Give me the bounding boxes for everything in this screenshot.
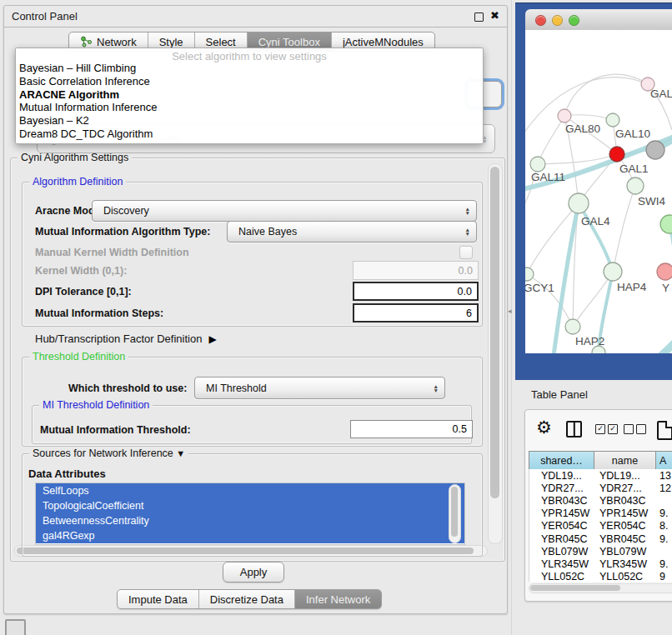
- table-hscrollbar[interactable]: [529, 583, 672, 593]
- table-row[interactable]: YLL052CYLL052C9: [529, 571, 672, 582]
- manual-kernel-checkbox[interactable]: [459, 246, 473, 259]
- float-window-icon[interactable]: [474, 12, 484, 22]
- table-cell: YLL052C: [594, 571, 656, 582]
- algorithm-list-item[interactable]: Basic Correlation Inference: [19, 75, 479, 88]
- settings-vscrollbar[interactable]: [488, 163, 503, 544]
- table-row[interactable]: YLR345WYLR345W9.: [529, 558, 672, 570]
- panel-title: Control Panel: [12, 10, 78, 22]
- attributes-vscrollbar-thumb[interactable]: [451, 487, 458, 537]
- checked-box-icon: ✓: [608, 424, 618, 434]
- network-node[interactable]: [660, 215, 672, 233]
- network-node-gal80[interactable]: [558, 109, 571, 122]
- mi-threshold-label: Mutual Information Threshold:: [40, 424, 191, 436]
- mi-threshold-field[interactable]: 0.5: [350, 420, 473, 438]
- data-attributes-label: Data Attributes: [28, 468, 106, 480]
- mi-steps-field[interactable]: 6: [353, 303, 479, 322]
- algorithm-list-item[interactable]: Dream8 DC_TDC Algorithm: [19, 128, 479, 141]
- network-node[interactable]: [646, 141, 664, 159]
- data-attribute-item[interactable]: gal4RGexp: [36, 528, 464, 543]
- network-node-gcy1[interactable]: [525, 268, 534, 281]
- columns-icon[interactable]: [566, 421, 582, 438]
- apply-button[interactable]: Apply: [223, 562, 284, 582]
- tab-discretize-data[interactable]: Discretize Data: [199, 590, 295, 608]
- dpi-tolerance-field[interactable]: 0.0: [353, 282, 479, 301]
- node-label: GAL10: [615, 128, 650, 140]
- apply-label: Apply: [240, 566, 268, 578]
- tab-label: Cyni Toolbox: [258, 36, 320, 48]
- data-attributes-list[interactable]: SelfLoopsTopologicalCoefficientBetweenne…: [35, 482, 465, 545]
- aracne-mode-combo[interactable]: Discovery ▲▼: [92, 200, 477, 222]
- bottom-tabbar: Impute Data Discretize Data Infer Networ…: [117, 589, 382, 609]
- network-window-titlebar[interactable]: [525, 9, 672, 31]
- algorithm-list-item[interactable]: Mutual Information Inference: [19, 101, 479, 114]
- column-header-shared-name[interactable]: shared…: [529, 452, 594, 470]
- minimize-traffic-light[interactable]: [552, 15, 563, 26]
- manual-kernel-label: Manual Kernel Width Definition: [35, 247, 189, 258]
- close-traffic-light[interactable]: [535, 15, 546, 26]
- table-header-row: shared… name A: [529, 451, 672, 471]
- tab-infer-network[interactable]: Infer Network: [295, 590, 381, 608]
- attributes-vscrollbar[interactable]: [449, 484, 461, 543]
- checked-box-icon: ✓: [595, 424, 605, 434]
- tab-impute-data[interactable]: Impute Data: [118, 590, 199, 608]
- tab-label: Style: [159, 36, 183, 48]
- close-icon[interactable]: ✖: [490, 9, 499, 22]
- table-row[interactable]: YDL19...YDL19...13: [529, 469, 672, 482]
- table-cell: YPR145W: [529, 508, 594, 519]
- new-table-icon[interactable]: [657, 421, 672, 440]
- table-row[interactable]: YPR145WYPR145W9.: [529, 508, 672, 520]
- table-body[interactable]: YDL19...YDL19...13YDR27...YDR27...12YBR0…: [529, 469, 672, 582]
- kernel-width-value: 0.0: [459, 265, 473, 277]
- data-attribute-item[interactable]: TopologicalCoefficient: [36, 498, 464, 513]
- network-node-gal1[interactable]: [609, 147, 624, 162]
- node-label: Y: [662, 282, 669, 294]
- show-all-columns-icon[interactable]: ✓ ✓: [595, 424, 618, 434]
- network-node-gal4[interactable]: [569, 193, 589, 213]
- which-threshold-combo[interactable]: MI Threshold ▲▼: [194, 377, 445, 399]
- data-attribute-item[interactable]: BetweennessCentrality: [36, 513, 464, 528]
- table-cell: YBR043C: [594, 495, 656, 507]
- table-row[interactable]: YER054CYER054C8.: [529, 520, 672, 532]
- network-node-gal11[interactable]: [530, 157, 545, 172]
- table-row[interactable]: YBR043CYBR043C: [529, 494, 672, 507]
- network-canvas[interactable]: GALGAL80GAL10GAL1GAL11SWI4GAL4GCY1HAP4YH…: [525, 30, 672, 353]
- docked-panel-icon[interactable]: [5, 619, 26, 635]
- algorithm-list-item[interactable]: Bayesian – Hill Climbing: [19, 62, 479, 75]
- node-label: GAL4: [581, 215, 610, 228]
- column-header-name[interactable]: name: [594, 452, 656, 470]
- gear-icon[interactable]: ⚙: [536, 418, 552, 438]
- hide-all-columns-icon[interactable]: [624, 424, 646, 434]
- splitter-grip-icon[interactable]: ◂: [508, 307, 512, 315]
- network-node-hap4[interactable]: [604, 262, 622, 281]
- mi-type-combo[interactable]: Naive Bayes ▲▼: [227, 221, 477, 242]
- kernel-width-field[interactable]: 0.0: [353, 261, 479, 280]
- threshold-definition-title: Threshold Definition: [29, 351, 128, 362]
- column-header-third[interactable]: A: [656, 452, 672, 470]
- table-cell: 8.: [656, 520, 672, 532]
- network-node-y[interactable]: [657, 263, 672, 280]
- network-selected-edges: [525, 133, 672, 353]
- collapse-arrow-icon: ▼: [176, 448, 185, 458]
- zoom-traffic-light[interactable]: [569, 15, 579, 26]
- which-threshold-value: MI Threshold: [206, 382, 267, 394]
- table-cell: YBR043C: [529, 495, 594, 507]
- hub-definition-toggle[interactable]: Hub/Transcription Factor Definition▶: [35, 332, 217, 345]
- network-node-swi4[interactable]: [627, 178, 644, 194]
- settings-vscrollbar-thumb[interactable]: [490, 167, 499, 498]
- table-row[interactable]: YBR045CYBR045C9.: [529, 532, 672, 545]
- node-label: SWI4: [638, 195, 665, 208]
- algorithm-list-item[interactable]: Bayesian – K2: [19, 114, 479, 128]
- table-cell: YLR345W: [529, 558, 594, 570]
- table-hscrollbar-thumb[interactable]: [530, 585, 620, 591]
- network-node-hap2[interactable]: [565, 319, 580, 334]
- table-cell: YLR345W: [594, 558, 656, 570]
- panel-splitter[interactable]: [511, 0, 512, 635]
- algorithm-list-item[interactable]: ARACNE Algorithm: [19, 88, 479, 102]
- data-attribute-item[interactable]: SelfLoops: [36, 483, 464, 498]
- table-row[interactable]: YDR27...YDR27...12: [529, 482, 672, 494]
- table-row[interactable]: YBL079WYBL079W: [529, 545, 672, 558]
- which-threshold-label: Which threshold to use:: [68, 382, 187, 394]
- node-label: GAL: [650, 88, 672, 100]
- network-node-gal10[interactable]: [606, 113, 619, 127]
- table-cell: YLL052C: [529, 571, 594, 582]
